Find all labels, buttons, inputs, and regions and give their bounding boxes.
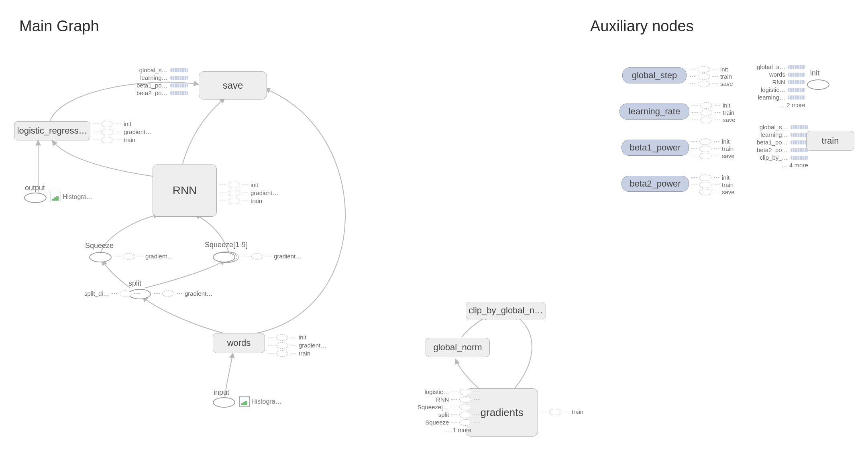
save-in-0: global_s… [139, 67, 168, 73]
histogram-label: Histogra… [63, 193, 93, 201]
var-beta1-power-out-0: init [691, 138, 729, 145]
logreg-out-0: init [93, 120, 131, 127]
output-label: output [25, 184, 45, 192]
train-inputs: global_s… learning… beta1_po… beta2_po… … [757, 124, 808, 169]
aux-nodes-title: Auxiliary nodes [590, 18, 694, 35]
save-in-1: learning… [140, 74, 167, 81]
squeeze-out: gradient… [115, 253, 173, 260]
histogram-label: Histogra… [251, 398, 282, 405]
var-learning-rate[interactable]: learning_rate [619, 104, 689, 120]
gradients-inputs: logistic… RNN Squeeze[… split Squeeze … … [418, 388, 479, 433]
gradients-out: train [541, 408, 583, 415]
main-graph-title: Main Graph [19, 18, 99, 35]
input-histogram[interactable]: Histogra… [239, 396, 282, 407]
split-label: split [128, 279, 141, 288]
squeeze19-label: Squeeze[1-9] [205, 241, 248, 249]
var-global-step-out-1: train [690, 73, 732, 80]
var-beta1-power-out-1: train [691, 145, 734, 152]
output-histogram[interactable]: Histogra… [51, 192, 93, 202]
var-beta2-power[interactable]: beta2_power [621, 176, 689, 192]
var-global-step-out-2: save [690, 80, 733, 87]
op-input[interactable] [213, 397, 235, 408]
save-inputs: global_s… learning… beta1_po… beta2_po… [137, 67, 188, 96]
histogram-icon [51, 192, 61, 202]
var-learning-rate-out-1: train [692, 109, 734, 116]
var-learning-rate-out-2: save [692, 116, 736, 123]
var-beta1-power[interactable]: beta1_power [621, 140, 689, 156]
canvas: Main Graph Auxiliary nodes [0, 0, 868, 459]
node-logistic-regress[interactable]: logistic_regress… [14, 121, 90, 140]
init-label: init [810, 69, 819, 77]
op-squeeze[interactable] [89, 252, 112, 262]
squeeze-label: Squeeze [85, 242, 114, 250]
op-output[interactable] [24, 193, 47, 203]
var-beta2-power-out-1: train [691, 181, 734, 188]
node-words[interactable]: words [213, 333, 265, 353]
words-out-2: train [268, 350, 310, 357]
words-out-1: gradient… [268, 342, 326, 349]
node-save[interactable]: save [199, 71, 267, 100]
var-beta2-power-out-2: save [691, 189, 735, 195]
var-global-step[interactable]: global_step [622, 67, 687, 83]
init-inputs: global_s… words RNN logistic… learning… … [757, 63, 805, 108]
node-clip-by-global-n[interactable]: clip_by_global_n… [466, 302, 546, 319]
node-rnn[interactable]: RNN [153, 165, 217, 217]
split-out: gradient… [154, 290, 212, 297]
squeeze19-out: gradient… [243, 253, 302, 260]
save-in-2: beta1_po… [137, 82, 168, 89]
node-train[interactable]: train [806, 131, 854, 151]
op-init[interactable] [807, 79, 829, 90]
logreg-out-2: train [93, 136, 135, 143]
logreg-out-1: gradient… [93, 128, 151, 135]
var-beta1-power-out-2: save [691, 152, 735, 159]
histogram-icon [239, 396, 250, 407]
var-global-step-out-0: init [690, 66, 728, 73]
rnn-out-1: gradient… [220, 189, 278, 196]
var-learning-rate-out-0: init [692, 102, 730, 109]
words-out-0: init [268, 334, 306, 341]
input-label: input [214, 388, 229, 397]
var-beta2-power-out-0: init [691, 174, 729, 181]
split-in: split_di… [84, 290, 140, 297]
save-in-3: beta2_po… [137, 89, 168, 96]
rnn-out-0: init [220, 181, 258, 188]
rnn-out-2: train [220, 197, 262, 204]
op-squeeze-1-9[interactable] [213, 252, 235, 262]
node-global-norm[interactable]: global_norm [426, 338, 490, 357]
